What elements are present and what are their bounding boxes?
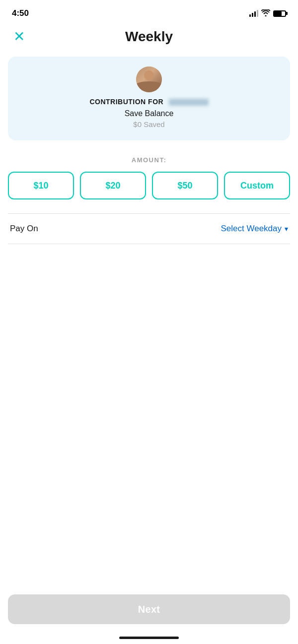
amount-button-20[interactable]: $20: [80, 172, 146, 199]
contribution-name-blurred: [169, 99, 209, 106]
contribution-card: CONTRIBUTION FOR Save Balance $0 Saved: [8, 57, 290, 140]
signal-icon: [249, 10, 258, 17]
amount-button-50[interactable]: $50: [152, 172, 218, 199]
close-icon: ✕: [13, 30, 25, 44]
next-button[interactable]: Next: [8, 594, 290, 624]
amount-buttons: $10 $20 $50 Custom: [8, 172, 290, 199]
status-bar: 4:50: [0, 0, 298, 24]
next-button-container: Next: [8, 594, 290, 624]
amount-label: AMOUNT:: [8, 156, 290, 164]
select-weekday-label: Select Weekday: [221, 224, 282, 234]
save-balance-label: Save Balance: [125, 109, 174, 118]
page-title: Weekly: [0, 29, 298, 45]
home-indicator: [119, 637, 179, 639]
pay-on-row: Pay On Select Weekday ▾: [0, 214, 298, 244]
contribution-for-label: CONTRIBUTION FOR: [89, 98, 163, 106]
status-time: 4:50: [12, 8, 29, 18]
wifi-icon: [261, 9, 270, 18]
contribution-for-row: CONTRIBUTION FOR: [89, 97, 208, 106]
chevron-down-icon: ▾: [285, 225, 288, 233]
amount-button-10[interactable]: $10: [8, 172, 74, 199]
avatar: [136, 66, 162, 92]
amount-section: AMOUNT: $10 $20 $50 Custom: [0, 156, 298, 199]
saved-amount: $0 Saved: [133, 120, 164, 129]
battery-icon: [273, 10, 286, 17]
close-button[interactable]: ✕: [10, 28, 28, 46]
pay-on-label: Pay On: [10, 224, 38, 234]
status-icons: [249, 9, 286, 18]
select-weekday-button[interactable]: Select Weekday ▾: [221, 224, 288, 234]
divider-bottom: [8, 244, 290, 244]
amount-button-custom[interactable]: Custom: [224, 172, 290, 199]
